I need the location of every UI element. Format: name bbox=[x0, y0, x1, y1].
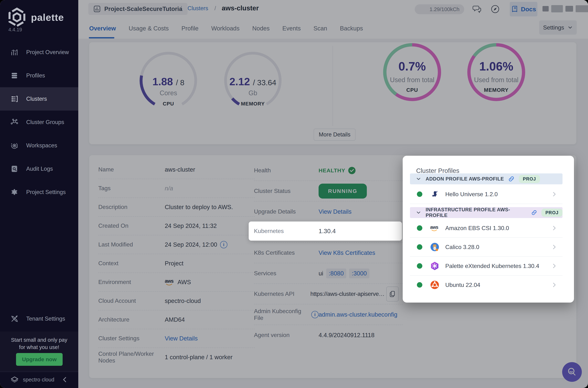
detail-row-nodes: Control Plane/Worker Nodes1 control-plan… bbox=[98, 348, 255, 366]
link-icon bbox=[531, 210, 537, 216]
chevron-down-icon bbox=[416, 210, 421, 215]
memory-donut: 1.06% Used from total MEMORY bbox=[465, 41, 527, 103]
sidebar-footer: spectro cloud bbox=[0, 372, 78, 388]
topbar: Project-ScaleSecureTutoria / Clusters / … bbox=[78, 0, 588, 18]
more-details-button[interactable]: More Details bbox=[314, 129, 356, 141]
tab-nodes[interactable]: Nodes bbox=[252, 25, 270, 32]
cluster-status-badge[interactable]: RUNNING bbox=[318, 184, 367, 198]
infrastructure-profile-section-header[interactable]: INFRASTRUCTURE PROFILE AWS-PROFILE PROJ bbox=[410, 207, 563, 218]
book-icon bbox=[511, 5, 518, 13]
kubernetes-version-spotlight-row: Kubernetes 1.30.4 bbox=[249, 221, 402, 241]
bar-chart-icon bbox=[10, 48, 19, 56]
service-port-8080-link[interactable]: :8080 bbox=[326, 268, 346, 278]
chat-icon[interactable] bbox=[472, 4, 482, 14]
memory-gauge: 2.12 / 33.64 Gb MEMORY bbox=[222, 49, 284, 112]
collapse-sidebar-icon[interactable] bbox=[61, 376, 69, 384]
profile-pack-calico[interactable]: Calico 3.28.0 bbox=[410, 238, 563, 257]
addon-profile-section-header[interactable]: ADDON PROFILE AWS-PROFILE PROJ bbox=[410, 173, 563, 184]
chevron-right-icon bbox=[551, 282, 557, 288]
memory-total-value: / 33.64 bbox=[253, 78, 276, 87]
breadcrumb-project[interactable]: Project-ScaleSecureTutoria bbox=[88, 3, 187, 15]
breadcrumb-separator: / bbox=[180, 5, 182, 12]
proj-scope-badge: PROJ bbox=[542, 209, 563, 217]
pack-status-dot bbox=[417, 282, 422, 288]
redacted-account-area bbox=[543, 5, 588, 12]
upgrade-now-button[interactable]: Upgrade now bbox=[16, 353, 63, 366]
breadcrumb-clusters-link[interactable]: Clusters bbox=[187, 5, 208, 12]
chevron-right-icon bbox=[551, 244, 557, 250]
tab-scan[interactable]: Scan bbox=[313, 25, 327, 32]
detail-row-context: ContextProject bbox=[98, 254, 255, 273]
service-port-3000-link[interactable]: :3000 bbox=[349, 268, 369, 278]
app-version: 4.4.19 bbox=[8, 27, 22, 33]
memory-donut-caption: Used from total bbox=[465, 76, 527, 84]
memory-donut-value: 1.06% bbox=[465, 59, 527, 73]
memory-unit-label: Gb bbox=[222, 89, 284, 97]
cpu-total-value: / 8 bbox=[176, 78, 184, 87]
search-fab-button[interactable] bbox=[562, 362, 582, 382]
detail-row-last-modified: Last Modified24 Sep 2024, 12:00i bbox=[98, 235, 255, 254]
tab-usage-costs[interactable]: Usage & Costs bbox=[128, 25, 169, 32]
copy-icon[interactable] bbox=[386, 287, 399, 301]
tab-overview[interactable]: Overview bbox=[89, 25, 116, 32]
detail-row-services: Services ui :8080 :3000 bbox=[254, 263, 403, 284]
cpu-donut-title: CPU bbox=[381, 87, 443, 93]
pack-status-dot bbox=[417, 192, 422, 197]
profile-pack-ubuntu[interactable]: Ubuntu 22.04 bbox=[410, 276, 563, 294]
pack-status-dot bbox=[417, 244, 422, 250]
detail-row-tags: Tagsn/a bbox=[98, 179, 255, 198]
cpu-unit-label: Cores bbox=[137, 89, 199, 97]
promo-line-1: Start small and only pay bbox=[0, 336, 78, 343]
sidebar-item-project-settings[interactable]: Project Settings bbox=[0, 181, 78, 204]
check-circle-icon bbox=[348, 167, 356, 174]
cluster-settings-view-details-link[interactable]: View Details bbox=[165, 335, 198, 342]
tab-profile[interactable]: Profile bbox=[181, 25, 199, 32]
project-chart-icon bbox=[93, 5, 101, 13]
profile-pack-hello-universe[interactable]: Hello Universe 1.2.0 bbox=[410, 185, 563, 204]
memory-used-value: 2.12 bbox=[229, 76, 250, 87]
detail-row-admin-kubeconfig: Admin Kubeconfig Filei admin.aws-cluster… bbox=[254, 304, 403, 325]
detail-row-description: DescriptionCluster to deploy to AWS. bbox=[98, 198, 255, 217]
sidebar: palette 4.4.19 Project Overview Profiles… bbox=[0, 0, 78, 388]
sidebar-item-tenant-settings[interactable]: Tenant Settings bbox=[0, 307, 78, 330]
sidebar-item-clusters[interactable]: Clusters bbox=[0, 87, 78, 111]
credits-badge[interactable]: 1.29/100kCh bbox=[415, 4, 464, 14]
tab-events[interactable]: Events bbox=[282, 25, 301, 32]
sidebar-item-workspaces[interactable]: Workspaces bbox=[0, 134, 78, 157]
detail-row-health: Health HEALTHY bbox=[254, 160, 403, 181]
tab-bar: Overview Usage & Costs Profile Workloads… bbox=[78, 18, 588, 39]
kubernetes-version-value: 1.30.4 bbox=[318, 227, 336, 235]
cluster-profiles-panel: Cluster Profiles ADDON PROFILE AWS-PROFI… bbox=[403, 156, 574, 303]
proj-scope-badge: PROJ bbox=[519, 175, 540, 183]
health-status-badge: HEALTHY bbox=[318, 168, 345, 174]
ubuntu-icon bbox=[430, 280, 439, 290]
breadcrumb-separator-2: / bbox=[214, 5, 216, 12]
sidebar-item-cluster-groups[interactable]: Cluster Groups bbox=[0, 111, 78, 134]
pack-status-dot bbox=[417, 263, 422, 269]
cpu-donut: 0.7% Used from total CPU bbox=[381, 41, 443, 103]
docs-label: Docs bbox=[521, 6, 536, 13]
detail-row-environment: Environment awsAWS bbox=[98, 273, 255, 292]
cpu-gauge-title: CPU bbox=[137, 101, 199, 107]
tab-backups[interactable]: Backups bbox=[339, 25, 363, 32]
docs-button[interactable]: Docs bbox=[510, 2, 537, 16]
help-compass-icon[interactable] bbox=[490, 4, 500, 14]
chevron-right-icon bbox=[551, 191, 557, 197]
sidebar-item-project-overview[interactable]: Project Overview bbox=[0, 41, 78, 64]
view-k8s-certificates-link[interactable]: View K8s Certificates bbox=[318, 249, 375, 256]
profile-pack-amazon-ebs-csi[interactable]: aws Amazon EBS CSI 1.30.0 bbox=[410, 219, 563, 238]
detail-row-upgrade-details: Upgrade Details View Details bbox=[254, 201, 403, 222]
upgrade-view-details-link[interactable]: View Details bbox=[318, 208, 352, 215]
cpu-donut-value: 0.7% bbox=[381, 59, 443, 73]
sidebar-item-audit-logs[interactable]: Audit Logs bbox=[0, 157, 78, 181]
tab-workloads[interactable]: Workloads bbox=[211, 25, 240, 32]
info-icon[interactable]: i bbox=[311, 311, 318, 318]
kubeconfig-download-link[interactable]: admin.aws-cluster.kubeconfig bbox=[318, 311, 397, 318]
cpu-used-value: 1.88 bbox=[152, 76, 173, 87]
settings-button[interactable]: Settings bbox=[539, 20, 577, 35]
detail-row-name: Nameaws-cluster bbox=[98, 160, 255, 179]
profile-pack-palette-extended-kubernetes[interactable]: Palette eXtended Kubernetes 1.30.4 bbox=[410, 257, 563, 276]
sidebar-item-profiles[interactable]: Profiles bbox=[0, 64, 78, 87]
info-icon[interactable]: i bbox=[220, 241, 227, 248]
detail-row-cluster-settings: Cluster SettingsView Details bbox=[98, 329, 255, 348]
